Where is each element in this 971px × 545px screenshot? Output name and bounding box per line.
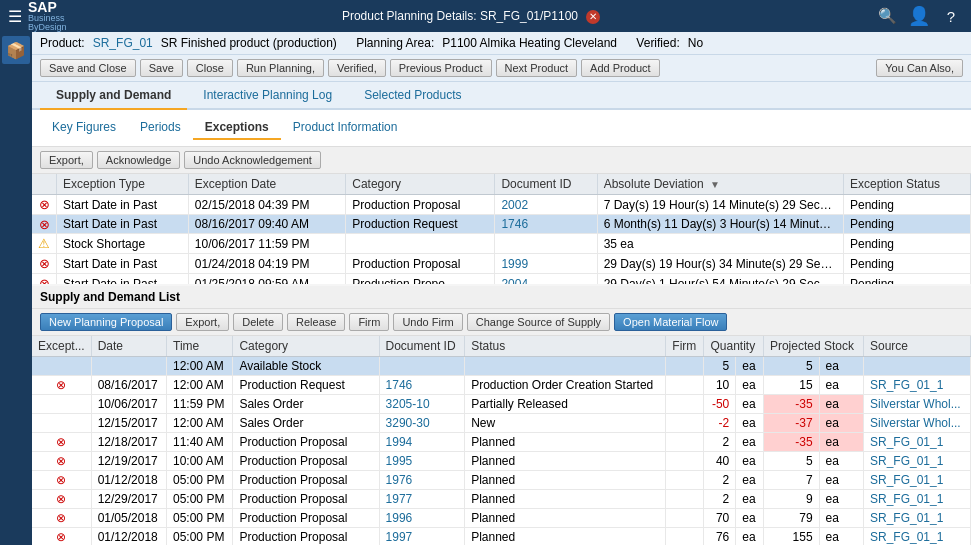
sd-source-link[interactable]: SR_FG_01_1 [870,473,943,487]
sd-doc-link[interactable]: 1977 [386,492,413,506]
change-source-button[interactable]: Change Source of Supply [467,313,610,331]
save-button[interactable]: Save [140,59,183,77]
sd-doc-link[interactable]: 1746 [386,378,413,392]
supply-demand-row[interactable]: 12/15/201712:00 AMSales Order3290-30New-… [32,414,971,433]
subtab-key-figures[interactable]: Key Figures [40,116,128,140]
supply-demand-row[interactable]: ⊗12/18/201711:40 AMProduction Proposal19… [32,433,971,452]
title-close-button[interactable]: ✕ [586,10,600,24]
sd-source-link[interactable]: Silverstar Whol... [870,416,961,430]
add-product-button[interactable]: Add Product [581,59,660,77]
col-category[interactable]: Category [346,174,495,195]
delete-button[interactable]: Delete [233,313,283,331]
supply-demand-row[interactable]: ⊗01/05/201805:00 PMProduction Proposal19… [32,509,971,528]
sd-doc-id[interactable]: 1996 [379,509,465,528]
sd-col-status[interactable]: Status [465,336,666,357]
save-close-button[interactable]: Save and Close [40,59,136,77]
doc-id-link[interactable]: 1746 [501,217,528,231]
sd-col-firm[interactable]: Firm [666,336,704,357]
supply-demand-row[interactable]: 10/06/201711:59 PMSales Order3205-10Part… [32,395,971,414]
tab-selected-products[interactable]: Selected Products [348,82,477,110]
supply-demand-table-container[interactable]: Except... Date Time Category Document ID… [32,336,971,545]
sd-source-link[interactable]: SR_FG_01_1 [870,492,943,506]
sd-doc-id[interactable]: 1994 [379,433,465,452]
exception-row[interactable]: ⊗Start Date in Past01/24/2018 04:19 PMPr… [32,254,971,274]
supply-demand-row[interactable]: 12:00 AMAvailable Stock5ea5ea [32,357,971,376]
close-button[interactable]: Close [187,59,233,77]
exception-row[interactable]: ⊗Start Date in Past08/16/2017 09:40 AMPr… [32,215,971,234]
sd-source[interactable]: SR_FG_01_1 [863,471,970,490]
exception-doc-id[interactable]: 1746 [495,215,597,234]
sidebar-item-supply[interactable]: 📦 [2,36,30,64]
sd-col-doc[interactable]: Document ID [379,336,465,357]
user-icon[interactable]: 👤 [907,4,931,28]
export-exceptions-button[interactable]: Export, [40,151,93,169]
sd-col-category[interactable]: Category [233,336,379,357]
exception-row[interactable]: ⊗Start Date in Past02/15/2018 04:39 PMPr… [32,195,971,215]
sd-doc-id[interactable]: 3205-10 [379,395,465,414]
tab-supply-demand[interactable]: Supply and Demand [40,82,187,110]
subtab-product-info[interactable]: Product Information [281,116,410,140]
sd-doc-link[interactable]: 1995 [386,454,413,468]
sd-source-link[interactable]: SR_FG_01_1 [870,530,943,544]
sd-source[interactable]: SR_FG_01_1 [863,490,970,509]
supply-demand-row[interactable]: ⊗08/16/201712:00 AMProduction Request174… [32,376,971,395]
sd-doc-link[interactable]: 1994 [386,435,413,449]
sd-doc-link[interactable]: 1976 [386,473,413,487]
sd-source[interactable]: Silverstar Whol... [863,395,970,414]
col-exception-type[interactable]: Exception Type [57,174,189,195]
sd-doc-link[interactable]: 3205-10 [386,397,430,411]
previous-product-button[interactable]: Previous Product [390,59,492,77]
sd-source-link[interactable]: SR_FG_01_1 [870,378,943,392]
col-doc-id[interactable]: Document ID [495,174,597,195]
sd-source[interactable]: SR_FG_01_1 [863,376,970,395]
sd-doc-id[interactable]: 1976 [379,471,465,490]
exception-doc-id[interactable]: 2004 [495,274,597,285]
menu-icon[interactable]: ☰ [8,7,22,26]
run-planning-button[interactable]: Run Planning, [237,59,324,77]
sd-doc-id[interactable]: 1977 [379,490,465,509]
supply-demand-row[interactable]: ⊗12/19/201710:00 AMProduction Proposal19… [32,452,971,471]
sd-doc-id[interactable]: 1995 [379,452,465,471]
sd-source[interactable]: SR_FG_01_1 [863,452,970,471]
tab-interactive-planning[interactable]: Interactive Planning Log [187,82,348,110]
sd-col-qty[interactable]: Quantity [704,336,763,357]
sd-doc-id[interactable]: 3290-30 [379,414,465,433]
sd-source-link[interactable]: SR_FG_01_1 [870,435,943,449]
subtab-exceptions[interactable]: Exceptions [193,116,281,140]
sd-doc-link[interactable]: 1996 [386,511,413,525]
sd-doc-link[interactable]: 1997 [386,530,413,544]
export-supply-button[interactable]: Export, [176,313,229,331]
sd-col-source[interactable]: Source [863,336,970,357]
supply-demand-row[interactable]: ⊗01/12/201805:00 PMProduction Proposal19… [32,528,971,546]
sd-doc-id[interactable]: 1746 [379,376,465,395]
sd-source[interactable]: SR_FG_01_1 [863,433,970,452]
supply-demand-row[interactable]: ⊗12/29/201705:00 PMProduction Proposal19… [32,490,971,509]
you-can-also-button[interactable]: You Can Also, [876,59,963,77]
sd-col-time[interactable]: Time [167,336,233,357]
help-icon[interactable]: ? [939,4,963,28]
product-id-link[interactable]: SR_FG_01 [93,36,153,50]
firm-button[interactable]: Firm [349,313,389,331]
sd-doc-id[interactable]: 1997 [379,528,465,546]
new-planning-proposal-button[interactable]: New Planning Proposal [40,313,172,331]
undo-firm-button[interactable]: Undo Firm [393,313,462,331]
verified-button[interactable]: Verified, [328,59,386,77]
sd-source[interactable]: SR_FG_01_1 [863,528,970,546]
supply-demand-row[interactable]: ⊗01/12/201805:00 PMProduction Proposal19… [32,471,971,490]
doc-id-link[interactable]: 2004 [501,277,528,285]
sd-source-link[interactable]: SR_FG_01_1 [870,454,943,468]
exception-doc-id[interactable]: 1999 [495,254,597,274]
release-button[interactable]: Release [287,313,345,331]
sd-source[interactable]: Silverstar Whol... [863,414,970,433]
filter-icon[interactable]: ▼ [710,179,720,190]
subtab-periods[interactable]: Periods [128,116,193,140]
sd-source[interactable]: SR_FG_01_1 [863,509,970,528]
sd-source-link[interactable]: Silverstar Whol... [870,397,961,411]
sd-col-proj[interactable]: Projected Stock [763,336,863,357]
undo-acknowledge-button[interactable]: Undo Acknowledgement [184,151,321,169]
sd-doc-link[interactable]: 3290-30 [386,416,430,430]
exception-row[interactable]: ⚠Stock Shortage10/06/2017 11:59 PM35 eaP… [32,234,971,254]
acknowledge-button[interactable]: Acknowledge [97,151,180,169]
search-icon[interactable]: 🔍 [875,4,899,28]
sd-col-date[interactable]: Date [91,336,166,357]
